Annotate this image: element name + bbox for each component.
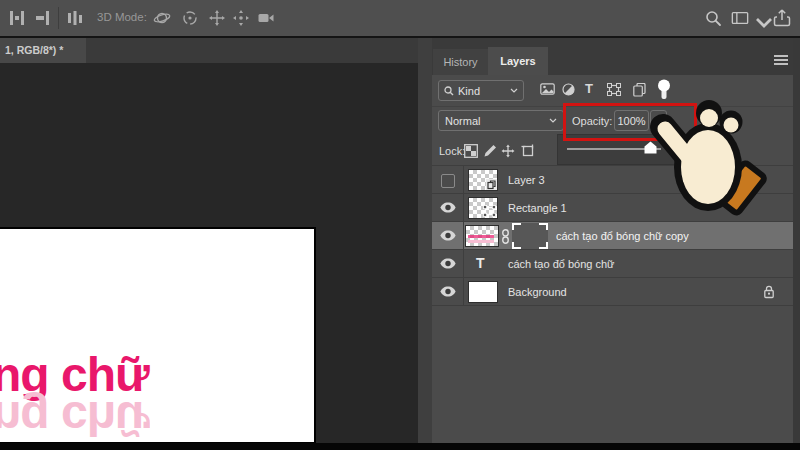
eye-icon[interactable]	[440, 230, 456, 241]
layer-name: Rectangle 1	[508, 194, 567, 222]
smart-object-badge-icon	[486, 179, 497, 190]
lock-badge-icon	[763, 285, 775, 299]
eye-icon[interactable]	[440, 258, 456, 269]
document-tab[interactable]: 1, RGB/8*) *	[0, 38, 86, 63]
thumbnail-content-reflection	[468, 240, 494, 243]
workspace-switcher-icon[interactable]	[731, 9, 749, 27]
layer-mask-thumbnail[interactable]	[512, 223, 548, 249]
lock-pixels-icon[interactable]	[483, 144, 497, 158]
kind-filter-dropdown[interactable]: Kind	[438, 80, 524, 101]
align-objects-icon[interactable]	[8, 9, 26, 27]
slide-3d-icon[interactable]	[232, 9, 250, 27]
layer-row-background[interactable]: Background	[432, 278, 793, 306]
chevron-down-icon[interactable]	[755, 14, 773, 32]
layer-row-rectangle1[interactable]: Rectangle 1	[432, 194, 793, 222]
eye-column-divider	[463, 166, 464, 306]
photoshop-window: 3D Mode: 1, RGB/8*) * ng chữ ng chữ Hist…	[0, 0, 800, 450]
pixel-layer-filter-icon[interactable]	[540, 83, 555, 95]
canvas-text-reflection: ng chữ	[0, 391, 149, 446]
document-canvas[interactable]: ng chữ ng chữ	[0, 227, 316, 444]
type-layer-filter-icon[interactable]: T	[585, 81, 593, 96]
options-bar: 3D Mode:	[0, 0, 800, 38]
panel-menu-icon[interactable]	[774, 55, 788, 65]
opacity-slider-handle[interactable]	[644, 141, 657, 154]
layer-thumbnail[interactable]	[468, 281, 498, 303]
eye-icon[interactable]	[440, 286, 456, 297]
3d-mode-label: 3D Mode:	[97, 11, 147, 23]
share-icon[interactable]	[773, 9, 791, 27]
tab-layers[interactable]: Layers	[488, 47, 548, 75]
orbit-3d-icon[interactable]	[153, 9, 171, 27]
tab-history[interactable]: History	[433, 49, 488, 75]
shape-layer-filter-icon[interactable]	[607, 83, 621, 96]
chevron-down-icon	[549, 118, 557, 123]
toolbar-divider	[58, 7, 59, 29]
text-layer-icon: T	[476, 255, 485, 271]
layer-name: Layer 3	[508, 166, 545, 194]
adjustment-layer-filter-icon[interactable]	[562, 83, 575, 96]
layer-name: cách tạo đổ bóng chữ copy	[556, 222, 689, 250]
align-edges-icon[interactable]	[34, 9, 52, 27]
layer-name: cách tạo đổ bóng chữ	[508, 250, 614, 278]
panel-tab-strip: History Layers	[432, 38, 793, 75]
blend-mode-value: Normal	[445, 115, 480, 127]
mask-selected-corners	[512, 223, 548, 249]
layers-panel: History Layers Kind T Normal Opacity:	[432, 38, 793, 444]
lock-position-icon[interactable]	[501, 144, 515, 158]
drag-3d-icon[interactable]	[208, 9, 226, 27]
document-tab-bar: 1, RGB/8*) *	[0, 38, 418, 63]
lock-label: Lock:	[439, 145, 465, 157]
thumbnail-content	[468, 235, 494, 238]
link-mask-icon[interactable]	[501, 229, 510, 244]
distribute-icon[interactable]	[66, 9, 84, 27]
panel-dock-gap	[418, 38, 432, 450]
blend-mode-dropdown[interactable]: Normal	[438, 110, 564, 131]
chevron-down-icon	[510, 88, 518, 93]
kind-filter-label: Kind	[458, 85, 506, 97]
canvas-workspace: ng chữ ng chữ	[0, 63, 418, 450]
search-icon	[444, 86, 454, 96]
filter-toggle-icon[interactable]	[657, 79, 671, 101]
roll-3d-icon[interactable]	[181, 9, 199, 27]
panel-right-edge	[793, 38, 800, 450]
blend-opacity-row: Normal Opacity: 100%	[432, 107, 793, 136]
search-icon[interactable]	[704, 9, 722, 27]
layers-list: Layer 3 Rectangle 1	[432, 165, 793, 307]
lock-transparency-icon[interactable]	[464, 144, 478, 158]
layer-name: Background	[508, 278, 567, 306]
visibility-checkbox-empty[interactable]	[441, 174, 455, 188]
layer-row-text[interactable]: T cách tạo đổ bóng chữ	[432, 250, 793, 278]
layer-row-layer3[interactable]: Layer 3	[432, 166, 793, 194]
lock-artboard-icon[interactable]	[521, 144, 536, 158]
bottom-letterbox	[0, 443, 800, 450]
highlight-annotation-box	[563, 103, 697, 141]
shape-layer-badge-icon	[483, 205, 496, 217]
layer-thumbnail[interactable]	[465, 225, 499, 247]
layer-thumbnail[interactable]	[468, 169, 498, 191]
layer-row-selected[interactable]: cách tạo đổ bóng chữ copy	[432, 222, 793, 250]
layer-thumbnail[interactable]	[468, 197, 498, 219]
camera-3d-icon[interactable]	[257, 9, 275, 27]
smart-object-filter-icon[interactable]	[633, 83, 646, 97]
eye-icon[interactable]	[440, 202, 456, 213]
